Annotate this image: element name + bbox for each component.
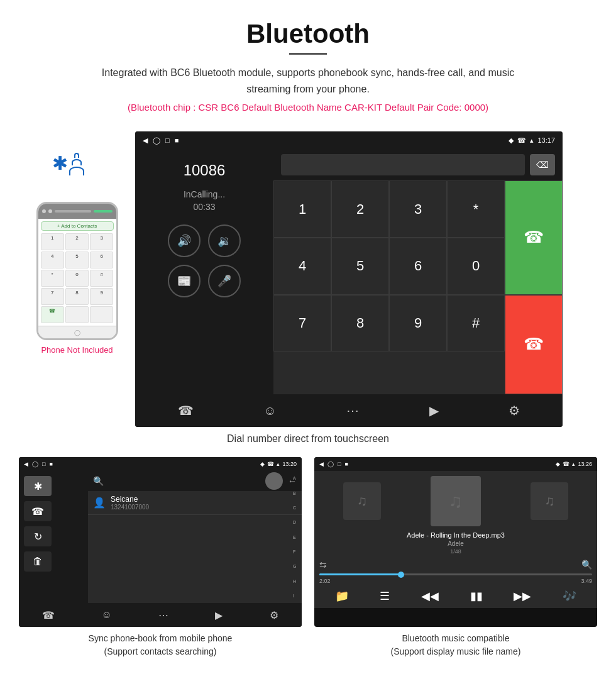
phone-key-0: 0 — [65, 270, 89, 287]
phonebook-caption: Sync phone-book from mobile phone (Suppo… — [19, 632, 302, 658]
alpha-f: F — [293, 550, 302, 554]
transfer-button[interactable]: 📰 — [168, 265, 201, 297]
music-screen: ◀ ◯ □ ■ ◆ ☎ ▴ 13:26 ♫ ♫ ♫ — [314, 457, 597, 627]
pb-bottom-transfer[interactable]: ▶ — [215, 609, 223, 621]
key-3[interactable]: 3 — [389, 180, 447, 238]
volume-down-button[interactable]: 🔉 — [208, 224, 241, 257]
phone-key-5: 5 — [65, 252, 89, 268]
key-star[interactable]: * — [447, 180, 505, 238]
phone-key-1: 1 — [41, 233, 64, 250]
search-music-icon[interactable]: 🔍 — [581, 560, 592, 570]
search-ball — [265, 472, 283, 490]
bluetooth-tab-button[interactable]: ✱ — [24, 476, 52, 496]
music-status-right: ◆ ☎ ▴ 13:26 — [556, 461, 592, 467]
key-0[interactable]: 0 — [447, 238, 505, 295]
main-caption: Dial number direct from touchscreen — [0, 433, 616, 445]
pause-button[interactable]: ▮▮ — [470, 589, 483, 603]
phone-keypad: 1 2 3 4 5 6 * 0 # 7 8 9 ☎ — [41, 233, 114, 323]
music-title: Adele - Rolling In the Deep.mp3 — [407, 531, 505, 539]
album-art-area: ♫ ♫ ♫ — [319, 476, 592, 526]
playlist-icon[interactable]: ☰ — [380, 589, 390, 603]
music-status-bar: ◀ ◯ □ ■ ◆ ☎ ▴ 13:26 — [314, 457, 597, 471]
phone-key-9: 9 — [90, 288, 113, 305]
alpha-b: B — [293, 491, 302, 495]
phone-key-6: 6 — [90, 252, 113, 268]
mute-button[interactable]: 🎤 — [208, 265, 241, 297]
key-4[interactable]: 4 — [273, 238, 331, 295]
pb-time: 13:20 — [282, 461, 297, 467]
key-6[interactable]: 6 — [389, 238, 447, 295]
phone-key-call: ☎ — [41, 306, 64, 323]
music-menu-icon: ■ — [344, 461, 348, 467]
alpha-g: G — [293, 564, 302, 568]
music-phone-icon: ☎ — [563, 461, 569, 467]
keypad-grid: 1 2 3 * ☎ 4 5 6 0 7 8 9 # ☎ — [273, 180, 563, 394]
transfer-tab-icon[interactable]: ▶ — [429, 403, 439, 418]
music-track: 1/48 — [407, 548, 505, 555]
sync-tab-button[interactable]: ↻ — [24, 526, 52, 546]
main-screenshot-section: ✱ + Add to Contacts 1 2 — [0, 131, 616, 427]
contact-number: 13241007000 — [111, 504, 149, 511]
dial-input-box[interactable] — [281, 154, 525, 175]
pb-home-icon: ◯ — [32, 461, 38, 467]
phone-dot — [48, 209, 52, 213]
pb-bottom-dialpad[interactable]: ⋯ — [158, 609, 168, 621]
backspace-button[interactable]: ⌫ — [530, 154, 555, 175]
phone-key-8: 8 — [65, 288, 89, 305]
dialpad-area: ⌫ 1 2 3 * ☎ 4 5 6 0 7 8 9 — [273, 149, 563, 394]
pb-phone-icon: ☎ — [267, 461, 274, 467]
equalizer-icon[interactable]: 🎶 — [563, 589, 576, 603]
prev-button[interactable]: ◀◀ — [421, 589, 439, 603]
menu-icon: ■ — [175, 136, 179, 145]
back-icon: ◀ — [143, 136, 148, 145]
music-caption-line2: (Support display music file name) — [391, 646, 521, 656]
square-icon: □ — [165, 136, 170, 145]
phone-not-included-label: Phone Not Included — [41, 345, 113, 355]
call-button[interactable]: ☎ — [505, 180, 563, 295]
phone-status-icon: ☎ — [517, 136, 526, 145]
signal-waves — [70, 153, 84, 175]
dialpad-tab-icon[interactable]: ⋯ — [346, 403, 359, 418]
music-artist: Adele — [407, 540, 505, 547]
next-button[interactable]: ▶▶ — [514, 589, 531, 603]
key-8[interactable]: 8 — [331, 295, 389, 352]
android-dial-content: 10086 InCalling... 00:33 🔊 🔉 📰 🎤 ⌫ — [135, 149, 563, 394]
alpha-d: D — [293, 520, 302, 524]
call-tab-button[interactable]: ☎ — [24, 501, 52, 521]
shuffle-icon[interactable]: ⇆ — [319, 560, 327, 570]
progress-times: 2:02 3:49 — [319, 578, 592, 584]
phonebook-status-left: ◀ ◯ □ ■ — [24, 461, 53, 467]
key-5[interactable]: 5 — [331, 238, 389, 295]
music-home-icon: ◯ — [327, 461, 334, 467]
phonebook-search-bar: 🔍 ← — [88, 471, 302, 491]
phonebook-caption-line1: Sync phone-book from mobile phone — [89, 633, 233, 643]
contact-item[interactable]: 👤 Seicane 13241007000 — [88, 491, 302, 515]
folder-icon[interactable]: 📁 — [335, 589, 349, 603]
phonebook-content: ✱ ☎ ↻ 🗑 🔍 ← 👤 — [19, 471, 302, 603]
status-bar-right: ◆ ☎ ▴ 13:17 — [509, 136, 555, 145]
key-9[interactable]: 9 — [389, 295, 447, 352]
page-header: Bluetooth Integrated with BC6 Bluetooth … — [0, 0, 616, 131]
delete-tab-button[interactable]: 🗑 — [24, 551, 52, 572]
pb-bottom-call[interactable]: ☎ — [42, 609, 55, 621]
phone-signal — [94, 210, 113, 213]
end-call-button[interactable]: ☎ — [505, 295, 563, 395]
call-info-panel: 10086 InCalling... 00:33 🔊 🔉 📰 🎤 — [135, 149, 273, 394]
settings-tab-icon[interactable]: ⚙ — [509, 403, 520, 418]
key-hash[interactable]: # — [447, 295, 505, 352]
contact-info: Seicane 13241007000 — [111, 495, 149, 511]
key-2[interactable]: 2 — [331, 180, 389, 238]
volume-up-button[interactable]: 🔊 — [168, 224, 201, 257]
key-7[interactable]: 7 — [273, 295, 331, 352]
progress-bar[interactable] — [319, 573, 592, 575]
phone-bar — [55, 210, 91, 213]
contacts-tab-icon[interactable]: ☺ — [263, 404, 276, 418]
dial-input-row: ⌫ — [273, 149, 563, 180]
call-number: 10086 — [184, 162, 226, 179]
key-1[interactable]: 1 — [273, 180, 331, 238]
pb-bottom-contacts[interactable]: ☺ — [101, 609, 111, 621]
pb-bottom-settings[interactable]: ⚙ — [270, 609, 278, 621]
phone-dot — [42, 209, 46, 213]
phone-tab-icon[interactable]: ☎ — [178, 403, 194, 418]
phone-key-empty2 — [90, 306, 113, 323]
